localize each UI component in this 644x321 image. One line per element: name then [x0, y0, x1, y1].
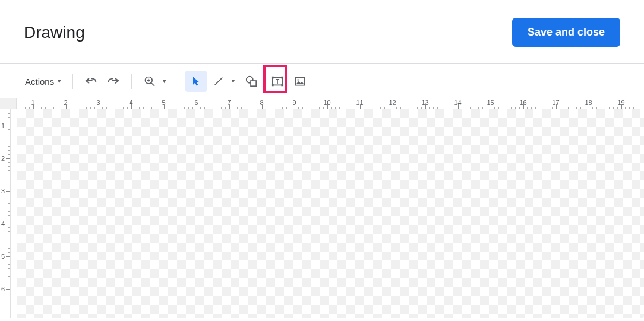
ruler-mark: 7 [213, 98, 245, 109]
ruler-mark: 5 [147, 98, 180, 109]
ruler-mark: 1 [0, 109, 10, 142]
ruler-mark: 4 [115, 98, 147, 109]
separator [131, 74, 132, 89]
undo-icon [84, 75, 97, 88]
zoom-button[interactable] [139, 71, 160, 92]
ruler-mark: 3 [0, 174, 10, 207]
cursor-icon [190, 75, 202, 87]
separator [72, 74, 73, 89]
svg-line-1 [151, 83, 154, 86]
ruler-mark: 6 [180, 98, 213, 109]
svg-rect-9 [281, 77, 283, 79]
ruler-mark: 17 [539, 98, 572, 109]
shape-tool-button[interactable] [241, 71, 262, 92]
ruler-corner [0, 98, 17, 109]
dialog-header: Drawing Save and close [0, 0, 644, 64]
actions-menu[interactable]: Actions ▼ [21, 74, 65, 89]
separator [178, 74, 178, 89]
select-tool-button[interactable] [185, 71, 207, 92]
actions-label: Actions [25, 77, 54, 87]
vertical-ruler: 123456 [0, 109, 11, 318]
svg-rect-10 [272, 84, 274, 87]
svg-point-14 [297, 79, 299, 81]
ruler-mark: 18 [572, 98, 605, 109]
ruler-mark: 3 [82, 98, 115, 109]
ruler-mark: 5 [0, 240, 10, 272]
ruler-mark: 10 [311, 98, 343, 109]
ruler-mark: 9 [278, 98, 311, 109]
ruler-mark: 1 [17, 98, 49, 109]
textbox-tool-button[interactable]: T [267, 71, 288, 92]
ruler-mark: 2 [0, 142, 10, 174]
image-icon [294, 75, 306, 87]
svg-line-4 [215, 78, 222, 85]
dropdown-arrow-icon[interactable]: ▼ [231, 78, 236, 84]
line-tool-button[interactable] [208, 71, 229, 92]
ruler-mark: 14 [441, 98, 474, 109]
undo-button[interactable] [80, 71, 102, 92]
horizontal-ruler: 12345678910111213141516171819 [17, 98, 644, 109]
ruler-mark: 2 [49, 98, 82, 109]
workspace: 12345678910111213141516171819 123456 [0, 98, 644, 318]
ruler-mark: 12 [376, 98, 409, 109]
svg-rect-6 [251, 81, 256, 86]
ruler-mark: 11 [343, 98, 376, 109]
svg-rect-8 [272, 77, 274, 79]
dropdown-arrow-icon: ▼ [56, 78, 62, 84]
svg-text:T: T [276, 78, 280, 85]
ruler-mark: 13 [409, 98, 441, 109]
image-tool-button[interactable] [289, 71, 311, 92]
textbox-icon: T [271, 75, 284, 88]
ruler-mark: 19 [605, 98, 637, 109]
toolbar: Actions ▼ ▼ ▼ [0, 64, 644, 98]
dialog-title: Drawing [24, 23, 85, 42]
ruler-mark: 6 [0, 272, 10, 305]
drawing-dialog: Drawing Save and close Actions ▼ ▼ [0, 0, 644, 321]
line-icon [213, 75, 225, 87]
ruler-mark: 16 [507, 98, 539, 109]
drawing-canvas[interactable] [17, 109, 644, 318]
zoom-icon [144, 75, 156, 87]
save-and-close-button[interactable]: Save and close [512, 18, 620, 47]
redo-button[interactable] [103, 71, 124, 92]
dropdown-arrow-icon[interactable]: ▼ [162, 78, 167, 84]
ruler-mark: 4 [0, 207, 10, 240]
ruler-mark: 8 [245, 98, 278, 109]
redo-icon [107, 75, 120, 88]
svg-rect-11 [281, 84, 283, 87]
ruler-mark: 15 [474, 98, 507, 109]
shape-icon [245, 75, 258, 88]
